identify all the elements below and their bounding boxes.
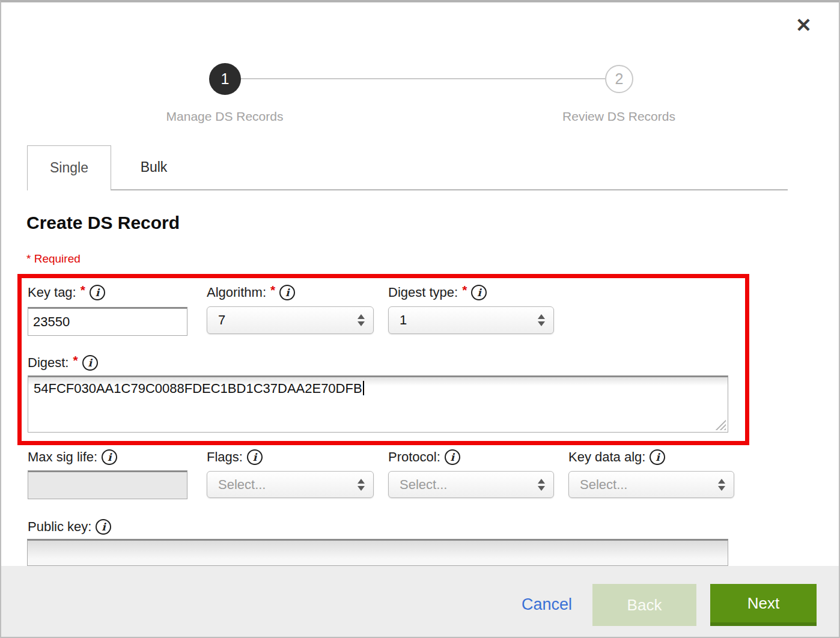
protocol-label: Protocol: i [388,448,460,466]
flags-select-value: Select... [218,477,358,493]
back-button[interactable]: Back [592,584,696,626]
select-arrows-icon [718,479,725,491]
required-asterisk: * [270,283,275,297]
max-sig-life-label: Max sig life: i [28,448,117,466]
required-note: * Required [26,252,81,266]
info-icon[interactable]: i [96,519,111,535]
text-cursor [363,381,364,395]
tab-single[interactable]: Single [27,145,111,190]
digest-label-text: Digest: [28,355,68,371]
info-icon[interactable]: i [650,449,665,465]
close-icon[interactable]: ✕ [796,16,812,35]
algorithm-label-text: Algorithm: [207,285,266,300]
required-asterisk: * [73,353,78,368]
stepper-step-2-label: Review DS Records [523,109,715,124]
select-arrows-icon [358,479,365,491]
algorithm-label: Algorithm: * i [207,284,295,302]
key-tag-label-text: Key tag: [28,285,76,300]
digest-value: 54FCF030AA1C79C0088FDEC1BD1C37DAA2E70DFB [34,381,362,396]
flags-label: Flags: i [207,448,263,466]
protocol-select[interactable]: Select... [388,471,554,498]
select-arrows-icon [358,314,365,326]
algorithm-select[interactable]: 7 [207,306,374,334]
required-asterisk: * [81,283,85,297]
digest-type-select[interactable]: 1 [388,306,554,334]
digest-label: Digest: * i [28,354,98,372]
digest-type-label: Digest type: * i [388,284,487,302]
cancel-button[interactable]: Cancel [522,595,572,614]
max-sig-life-input[interactable] [28,470,187,499]
flags-label-text: Flags: [207,449,243,465]
algorithm-select-value: 7 [218,312,358,328]
key-data-alg-select[interactable]: Select... [568,471,734,498]
key-tag-label: Key tag: * i [28,284,105,302]
stepper-step-2-circle: 2 [605,65,633,93]
tab-bulk[interactable]: Bulk [112,145,196,190]
key-tag-input[interactable] [28,307,187,336]
max-sig-life-label-text: Max sig life: [28,449,97,465]
digest-textarea[interactable]: 54FCF030AA1C79C0088FDEC1BD1C37DAA2E70DFB [28,375,728,433]
next-button[interactable]: Next [710,584,817,626]
select-arrows-icon [538,314,545,326]
digest-type-label-text: Digest type: [388,285,458,300]
required-asterisk: * [462,283,467,297]
protocol-select-value: Select... [400,477,538,493]
key-data-alg-label-text: Key data alg: [568,449,645,465]
info-icon[interactable]: i [279,285,295,300]
key-data-alg-label: Key data alg: i [568,448,665,466]
public-key-label: Public key: i [28,518,111,536]
resize-handle-icon[interactable] [715,419,726,430]
public-key-label-text: Public key: [28,519,91,535]
create-ds-record-dialog: ✕ 1 2 Manage DS Records Review DS Record… [0,0,840,638]
tab-underline [27,189,788,190]
info-icon[interactable]: i [102,449,117,465]
info-icon[interactable]: i [247,449,263,465]
page-title: Create DS Record [26,213,180,233]
info-icon[interactable]: i [471,285,487,300]
key-data-alg-select-value: Select... [580,477,718,493]
info-icon[interactable]: i [82,355,98,371]
flags-select[interactable]: Select... [207,471,374,498]
protocol-label-text: Protocol: [388,449,440,465]
select-arrows-icon [538,479,545,491]
public-key-textarea[interactable] [27,539,728,566]
info-icon[interactable]: i [445,449,460,465]
stepper-connector [241,78,605,79]
info-icon[interactable]: i [90,285,105,300]
stepper-step-1-circle: 1 [209,63,241,95]
stepper-step-1-label: Manage DS Records [129,109,321,124]
digest-type-select-value: 1 [400,312,538,328]
